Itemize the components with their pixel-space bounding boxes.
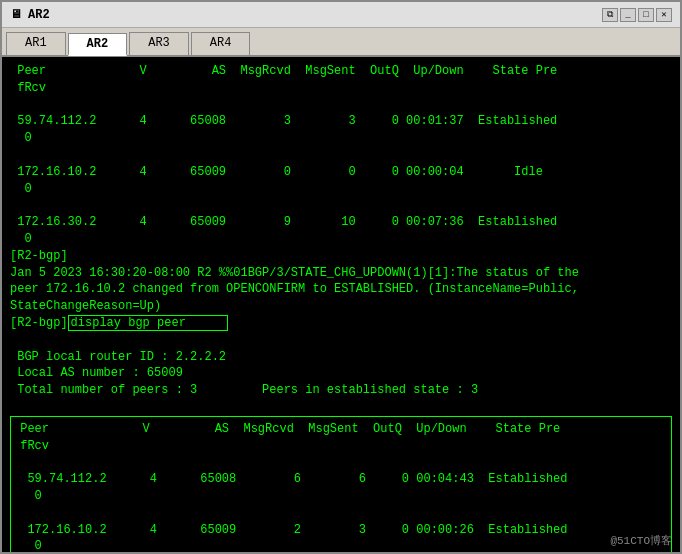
bgp-info: BGP local router ID : 2.2.2.2 Local AS n… (10, 349, 672, 399)
table-row: 59.74.112.2 4 65008 3 3 0 00:01:37 Estab… (10, 97, 672, 147)
command-input[interactable] (68, 315, 228, 331)
terminal-area[interactable]: Peer V AS MsgRcvd MsgSent OutQ Up/Down S… (2, 57, 680, 552)
maximize-button[interactable]: □ (638, 8, 654, 22)
tab-ar1[interactable]: AR1 (6, 32, 66, 55)
main-window: 🖥 AR2 ⧉ _ □ ✕ AR1 AR2 AR3 AR4 Peer V AS … (0, 0, 682, 554)
watermark: @51CTO博客 (610, 533, 672, 548)
table-row: 172.16.10.2 4 65009 0 0 0 00:00:04 Idle … (10, 147, 672, 197)
blank-line2 (10, 399, 672, 416)
tab-ar3[interactable]: AR3 (129, 32, 189, 55)
prompt1: [R2-bgp] (10, 248, 672, 265)
window-icon: 🖥 (10, 7, 22, 22)
restore-button[interactable]: ⧉ (602, 8, 618, 22)
tab-ar2[interactable]: AR2 (68, 33, 128, 56)
command-line: [R2-bgp] (10, 315, 672, 332)
blank-line (10, 332, 672, 349)
table-row: 172.16.10.2 4 65009 2 3 0 00:00:26 Estab… (13, 505, 669, 552)
window-title: AR2 (28, 8, 50, 22)
title-bar-left: 🖥 AR2 (10, 7, 50, 22)
tab-ar4[interactable]: AR4 (191, 32, 251, 55)
section2-table: Peer V AS MsgRcvd MsgSent OutQ Up/Down S… (10, 416, 672, 552)
title-bar: 🖥 AR2 ⧉ _ □ ✕ (2, 2, 680, 28)
table-row: 59.74.112.2 4 65008 6 6 0 00:04:43 Estab… (13, 454, 669, 504)
section1-header: Peer V AS MsgRcvd MsgSent OutQ Up/Down S… (10, 63, 672, 97)
table-row: 172.16.30.2 4 65009 9 10 0 00:07:36 Esta… (10, 197, 672, 247)
log-message: Jan 5 2023 16:30:20-08:00 R2 %%01BGP/3/S… (10, 265, 672, 315)
title-bar-controls: ⧉ _ □ ✕ (602, 8, 672, 22)
prompt2: [R2-bgp] (10, 315, 68, 332)
close-button[interactable]: ✕ (656, 8, 672, 22)
section2-header: Peer V AS MsgRcvd MsgSent OutQ Up/Down S… (13, 421, 669, 455)
minimize-button[interactable]: _ (620, 8, 636, 22)
tab-bar: AR1 AR2 AR3 AR4 (2, 28, 680, 57)
